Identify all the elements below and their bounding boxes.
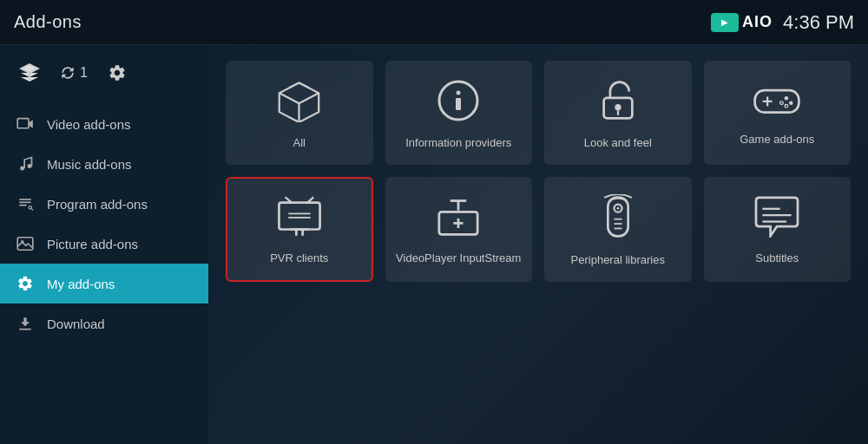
grid-item-info-providers[interactable]: Information providers bbox=[385, 61, 533, 165]
videoplayer-icon bbox=[436, 196, 481, 243]
info-circle-icon bbox=[437, 79, 480, 127]
sidebar-item-download[interactable]: Download bbox=[0, 304, 208, 343]
grid-row-1: All Information providers bbox=[226, 61, 851, 165]
grid-label-pvr: PVR clients bbox=[270, 251, 328, 266]
grid-label-subtitles: Subtitles bbox=[755, 251, 799, 266]
svg-point-27 bbox=[780, 101, 784, 104]
svg-point-43 bbox=[616, 207, 619, 210]
svg-point-24 bbox=[785, 96, 789, 101]
aio-logo: AIO bbox=[711, 13, 773, 32]
aio-play-icon bbox=[711, 13, 739, 32]
svg-rect-17 bbox=[456, 98, 461, 110]
svg-point-25 bbox=[789, 101, 793, 105]
grid-row-2: PVR clients VideoPlayer InputStream bbox=[226, 177, 851, 282]
svg-point-19 bbox=[615, 104, 621, 110]
update-badge[interactable]: 1 bbox=[59, 64, 88, 82]
grid-item-pvr-clients[interactable]: PVR clients bbox=[226, 177, 373, 282]
sidebar-nav: Video add-ons Music add-ons Program add-… bbox=[0, 101, 208, 347]
sidebar-item-program-addons[interactable]: Program add-ons bbox=[0, 184, 208, 224]
grid-item-peripheral[interactable]: Peripheral libraries bbox=[544, 177, 692, 282]
grid-item-game-addons[interactable]: Game add-ons bbox=[704, 61, 852, 165]
package-button[interactable] bbox=[16, 59, 43, 87]
sidebar: 1 Video add-ons Music add-ons bbox=[0, 45, 208, 444]
sidebar-item-music-addons[interactable]: Music add-ons bbox=[0, 144, 208, 184]
grid-label-all: All bbox=[293, 136, 306, 151]
sidebar-item-video-addons[interactable]: Video add-ons bbox=[0, 104, 208, 144]
aio-text: AIO bbox=[742, 13, 773, 31]
sidebar-item-my-addons[interactable]: My add-ons bbox=[0, 264, 208, 304]
grid-label-info: Information providers bbox=[405, 136, 511, 151]
grid-item-videoplayer[interactable]: VideoPlayer InputStream bbox=[385, 177, 533, 282]
svg-rect-1 bbox=[17, 119, 29, 128]
download-icon bbox=[16, 314, 35, 333]
svg-rect-41 bbox=[608, 198, 628, 237]
grid-label-peripheral: Peripheral libraries bbox=[571, 253, 665, 268]
top-bar: Add-ons AIO 4:36 PM bbox=[0, 0, 868, 45]
remote-icon bbox=[602, 194, 635, 245]
svg-point-8 bbox=[29, 206, 31, 209]
grid-label-videoplayer: VideoPlayer InputStream bbox=[396, 251, 521, 266]
content-area: All Information providers bbox=[208, 45, 868, 444]
grid-item-look-feel[interactable]: Look and feel bbox=[544, 61, 692, 165]
page-title: Add-ons bbox=[14, 12, 82, 32]
music-icon bbox=[16, 154, 35, 173]
video-icon bbox=[16, 114, 35, 134]
subtitles-icon bbox=[753, 196, 801, 243]
clock: 4:36 PM bbox=[783, 11, 854, 34]
settings-button[interactable] bbox=[103, 59, 131, 87]
settings-icon bbox=[108, 63, 127, 82]
grid-label-game: Game add-ons bbox=[740, 133, 814, 147]
sidebar-label-picture: Picture add-ons bbox=[47, 237, 138, 251]
grid-item-all[interactable]: All bbox=[226, 61, 373, 165]
package-icon bbox=[19, 62, 40, 83]
my-addons-icon bbox=[16, 274, 35, 293]
grid-item-subtitles[interactable]: Subtitles bbox=[704, 177, 852, 282]
refresh-icon bbox=[59, 64, 76, 82]
box-icon bbox=[275, 79, 323, 127]
sidebar-toolbar: 1 bbox=[0, 45, 208, 101]
gamepad-icon bbox=[752, 82, 802, 124]
svg-rect-21 bbox=[755, 90, 799, 112]
tv-icon bbox=[274, 196, 325, 243]
grid-label-look: Look and feel bbox=[584, 136, 652, 151]
svg-rect-28 bbox=[279, 203, 319, 230]
sidebar-item-picture-addons[interactable]: Picture add-ons bbox=[0, 224, 208, 264]
picture-icon bbox=[16, 234, 35, 253]
sidebar-label-my-addons: My add-ons bbox=[47, 277, 115, 291]
update-count: 1 bbox=[80, 65, 88, 81]
svg-point-26 bbox=[785, 104, 788, 108]
program-icon bbox=[16, 194, 35, 213]
look-feel-icon bbox=[595, 79, 641, 127]
sidebar-label-download: Download bbox=[47, 317, 105, 331]
sidebar-label-music: Music add-ons bbox=[47, 157, 132, 172]
svg-point-16 bbox=[457, 90, 461, 95]
main-layout: 1 Video add-ons Music add-ons bbox=[0, 45, 868, 444]
top-bar-right: AIO 4:36 PM bbox=[711, 11, 854, 34]
svg-line-9 bbox=[32, 209, 34, 211]
sidebar-label-video: Video add-ons bbox=[47, 117, 130, 132]
sidebar-label-program: Program add-ons bbox=[47, 197, 148, 212]
